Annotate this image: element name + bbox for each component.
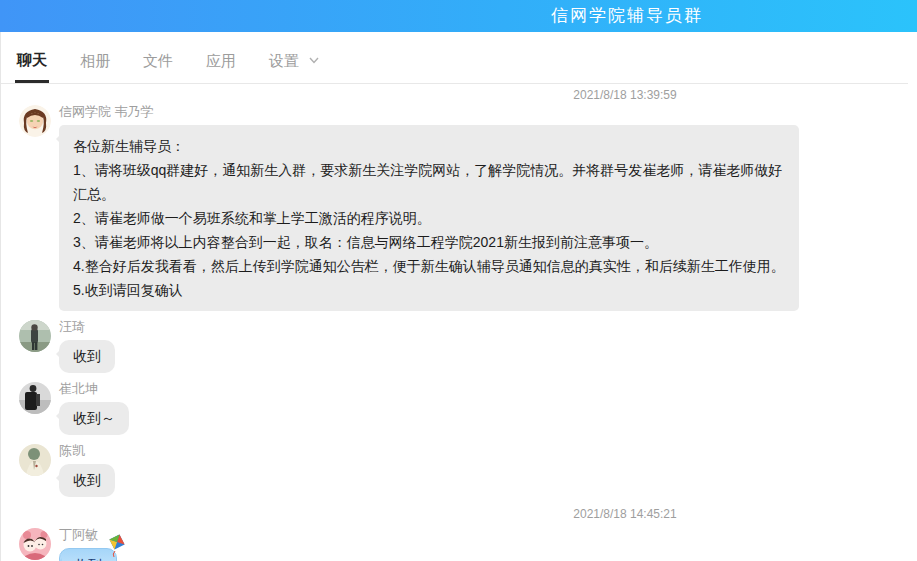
message-bubble[interactable]: 收到 bbox=[59, 464, 115, 497]
bw-photo-avatar-image bbox=[19, 382, 51, 414]
sender-name: 陈凯 bbox=[59, 443, 115, 459]
message-bubble[interactable]: 收到 bbox=[59, 340, 115, 373]
message-bubble-themed[interactable]: 收到 bbox=[59, 548, 117, 561]
sender-name: 崔北坤 bbox=[59, 381, 129, 397]
group-title-bar: 信网学院辅导员群 bbox=[0, 0, 917, 32]
message-bubble[interactable]: 收到～ bbox=[59, 402, 129, 435]
outdoor-photo-avatar-image bbox=[19, 320, 51, 352]
tab-settings-label: 设置 bbox=[269, 52, 299, 69]
message-row-wangqi: 汪琦 收到 bbox=[19, 319, 917, 373]
tab-chat[interactable]: 聊天 bbox=[15, 51, 49, 83]
tab-bar: 聊天 相册 文件 应用 设置 bbox=[1, 32, 908, 84]
tab-files[interactable]: 文件 bbox=[141, 52, 175, 83]
timestamp: 2021/8/18 14:45:21 bbox=[314, 497, 917, 525]
message-row-dingamin: 丁阿敏 收到 bbox=[19, 527, 917, 561]
message-row-cuibeikun: 崔北坤 收到～ bbox=[19, 381, 917, 435]
message-line: 2、请崔老师做一个易班系统和掌上学工激活的程序说明。 bbox=[73, 206, 785, 230]
message-line: 各位新生辅导员： bbox=[73, 134, 785, 158]
message-text: 收到 bbox=[74, 557, 102, 561]
avatar-wangqi[interactable] bbox=[19, 320, 51, 352]
pink-cartoon-couple-avatar-image bbox=[19, 528, 51, 560]
chevron-down-icon bbox=[309, 52, 319, 69]
message-row-weinaixue: 信网学院 韦乃学 各位新生辅导员： 1、请将班级qq群建好，通知新生入群，要求新… bbox=[19, 104, 917, 311]
tab-apps[interactable]: 应用 bbox=[204, 52, 238, 83]
kite-decoration-icon bbox=[104, 533, 130, 561]
avatar-chenkai[interactable] bbox=[19, 444, 51, 476]
sketch-portrait-avatar-image bbox=[19, 444, 51, 476]
avatar-cuibeikun[interactable] bbox=[19, 382, 51, 414]
sender-name: 汪琦 bbox=[59, 319, 115, 335]
sender-name: 信网学院 韦乃学 bbox=[59, 104, 799, 120]
tab-settings[interactable]: 设置 bbox=[267, 52, 321, 83]
timestamp: 2021/8/18 13:39:59 bbox=[314, 84, 917, 102]
avatar-weinaixue[interactable] bbox=[19, 105, 51, 137]
cartoon-woman-avatar-image bbox=[19, 105, 51, 137]
message-bubble-notice[interactable]: 各位新生辅导员： 1、请将班级qq群建好，通知新生入群，要求新生关注学院网站，了… bbox=[59, 125, 799, 311]
message-row-chenkai: 陈凯 收到 bbox=[19, 443, 917, 497]
message-line: 1、请将班级qq群建好，通知新生入群，要求新生关注学院网站，了解学院情况。并将群… bbox=[73, 158, 785, 206]
message-line: 3、请崔老师将以上内容整合到一起，取名：信息与网络工程学院2021新生报到前注意… bbox=[73, 230, 785, 254]
tab-album[interactable]: 相册 bbox=[78, 52, 112, 83]
message-line: 5.收到请回复确认 bbox=[73, 278, 785, 302]
message-line: 4.整合好后发我看看，然后上传到学院通知公告栏，便于新生确认辅导员通知信息的真实… bbox=[73, 254, 785, 278]
group-title: 信网学院辅导员群 bbox=[551, 0, 703, 32]
avatar-dingamin[interactable] bbox=[19, 528, 51, 560]
chat-message-list: 2021/8/18 13:39:59 信网学院 韦乃学 各位新生辅导员： bbox=[1, 84, 917, 561]
